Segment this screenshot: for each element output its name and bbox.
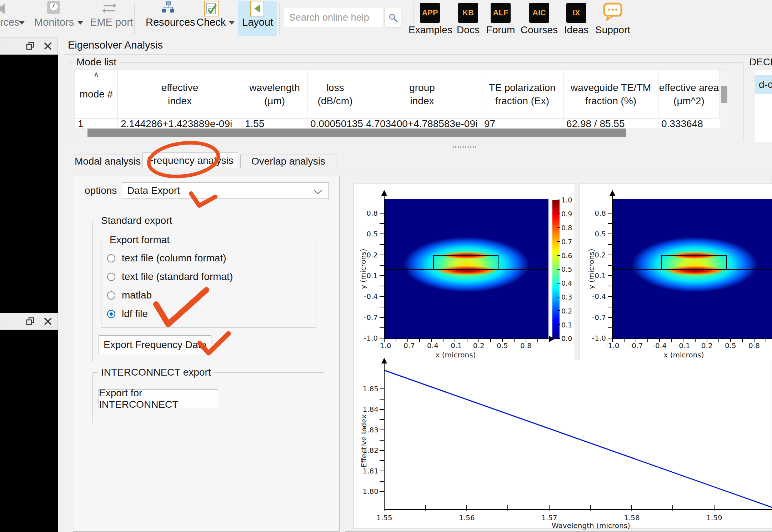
column-header-waveguide-tetm[interactable]: waveguide TE/TMfraction (%) — [563, 70, 658, 118]
tick-label: 0.9 — [561, 207, 576, 221]
org-tree-icon — [161, 1, 175, 14]
radio-option-matlab[interactable]: matlab — [107, 289, 307, 302]
toolbar-item-resources[interactable]: Resources — [146, 16, 195, 28]
main-toolbar: rces Monitors EME port Resources Check — [0, 0, 772, 37]
table-cell-te-polarization[interactable]: 97 — [481, 119, 563, 128]
tab-overlap-analysis[interactable]: Overlap analysis — [240, 155, 336, 168]
waveguide-outline — [661, 255, 727, 270]
radio-option-text-column[interactable]: text file (column format) — [107, 252, 307, 265]
radio-selected-icon[interactable] — [107, 310, 115, 318]
radio-option-text-standard[interactable]: text file (standard format) — [107, 270, 307, 283]
search-input[interactable] — [284, 8, 383, 27]
data-line — [384, 370, 772, 507]
toolbar-item-sources[interactable]: rces — [0, 16, 20, 28]
vertical-scrollbar-thumb[interactable] — [721, 86, 727, 103]
options-dropdown[interactable]: Data Export — [122, 182, 329, 199]
toolbar-item-courses[interactable]: Courses — [518, 24, 561, 36]
horizontal-scrollbar-thumb[interactable] — [87, 129, 626, 137]
tick-label: 0.5 — [561, 262, 576, 276]
column-header-effective-index[interactable]: effectiveindex — [118, 70, 242, 118]
dock-panel-titlebar — [0, 313, 58, 330]
table-cell-waveguide-tetm[interactable]: 62.98 / 85.55 — [563, 119, 658, 128]
support-bubble-icon[interactable] — [603, 2, 623, 22]
tick-label: 0.8 — [590, 203, 606, 224]
toolbar-item-support[interactable]: Support — [591, 24, 634, 36]
tick-label: -0.7 — [362, 307, 378, 328]
radio-icon[interactable] — [107, 273, 115, 281]
toolbar-separator — [279, 3, 280, 34]
x-tick-labels: 1.551.561.571.581.59 — [343, 513, 756, 522]
tab-modal-analysis[interactable]: Modal analysis — [74, 155, 141, 168]
monitor-gauge-icon — [47, 1, 60, 14]
alf-badge-icon[interactable]: ALF — [491, 3, 511, 23]
chevron-down-icon[interactable] — [77, 21, 84, 25]
tick-label: 0.2 — [695, 341, 719, 350]
y-axis-label: y (microns) — [587, 240, 596, 297]
tick-label: -1.0 — [601, 341, 624, 350]
tick-label: -0.1 — [443, 341, 467, 350]
export-frequency-data-button[interactable]: Export Frequency Data — [99, 335, 211, 354]
application-window: rces Monitors EME port Resources Check — [0, 0, 772, 532]
layout-arrow-icon[interactable] — [250, 1, 264, 16]
waveguide-outline — [433, 255, 498, 270]
chevron-down-icon[interactable] — [229, 21, 235, 25]
toolbar-item-eme-port[interactable]: EME port — [90, 16, 133, 28]
tick-label: 0.8 — [514, 341, 538, 350]
tick-label: 0.8 — [362, 203, 378, 224]
tick-label: 1.55 — [343, 513, 426, 522]
table-cell-wavelength[interactable]: 1.55 — [242, 119, 307, 128]
tab-frequency-analysis[interactable]: Frequency analysis — [142, 152, 238, 168]
y-tick-marks — [608, 213, 612, 340]
tick-label: 1.57 — [508, 513, 591, 522]
viewport-panel[interactable] — [0, 55, 58, 313]
ix-badge-icon[interactable]: IX — [566, 3, 586, 23]
tick-label: 0.6 — [561, 249, 576, 262]
table-cell-loss[interactable]: 0.00050135 — [307, 119, 363, 128]
toolbar-item-check[interactable]: Check — [196, 16, 226, 28]
splitter-handle[interactable] — [453, 146, 476, 148]
y-axis-arrow — [381, 358, 387, 363]
colorbar-tick-marks — [557, 200, 560, 339]
table-cell-effective-index[interactable]: 2.144286+1.423889e-09i — [118, 119, 242, 128]
radio-icon[interactable] — [107, 254, 115, 262]
column-header-mode-number[interactable]: ∧ mode # — [75, 70, 118, 118]
column-header-effective-area[interactable]: effective area(µm^2) — [658, 70, 720, 118]
viewport-panel[interactable] — [0, 330, 58, 532]
toolbar-item-layout[interactable]: Layout — [242, 16, 273, 28]
export-for-interconnect-button[interactable]: Export for INTERCONNECT — [99, 389, 218, 408]
aic-badge-icon[interactable]: AIC — [529, 3, 549, 23]
tick-label: 1.59 — [673, 513, 756, 522]
y-axis-arrow — [610, 190, 615, 196]
tick-label: 1.0 — [561, 193, 576, 207]
x-axis-label: x (microns) — [662, 351, 705, 359]
toolbar-item-monitors[interactable]: Monitors — [34, 16, 74, 28]
tick-label: 1.85 — [362, 378, 379, 399]
column-header-wavelength[interactable]: wavelength(µm) — [242, 70, 307, 118]
radio-icon[interactable] — [107, 291, 115, 300]
toolbar-item-examples[interactable]: Examples — [408, 24, 451, 36]
table-cell-effective-area[interactable]: 0.333648 — [658, 119, 720, 128]
divider — [64, 54, 772, 55]
kb-badge-icon[interactable]: KB — [458, 3, 478, 23]
deck-list-item[interactable]: d-c — [755, 75, 772, 94]
examples-badge-icon[interactable]: APP — [420, 3, 440, 23]
tick-label: 0.5 — [491, 341, 514, 350]
effective-index-line-chart — [354, 360, 772, 529]
table-cell-group-index[interactable]: 4.703400+4.788583e-09i — [363, 119, 481, 128]
search-button[interactable] — [385, 8, 401, 28]
mode-list-label: Mode list — [74, 56, 119, 68]
y-axis-arrow — [381, 190, 387, 196]
float-panel-icon[interactable] — [26, 317, 35, 326]
toolbar-item-forum[interactable]: Forum — [479, 24, 522, 36]
tick-label: 1.58 — [591, 513, 673, 522]
radio-option-ldf-file[interactable]: ldf file — [107, 307, 307, 320]
close-icon[interactable] — [44, 42, 52, 50]
column-header-group-index[interactable]: groupindex — [363, 70, 481, 118]
close-icon[interactable] — [44, 317, 52, 325]
float-panel-icon[interactable] — [26, 42, 35, 50]
column-header-te-polarization[interactable]: TE polarizationfraction (Ex) — [481, 70, 563, 118]
table-cell-mode-number[interactable]: 1 — [75, 119, 118, 128]
chevron-down-icon[interactable] — [19, 21, 25, 25]
check-clipboard-icon[interactable] — [204, 1, 219, 16]
column-header-loss[interactable]: loss(dB/cm) — [307, 70, 363, 118]
